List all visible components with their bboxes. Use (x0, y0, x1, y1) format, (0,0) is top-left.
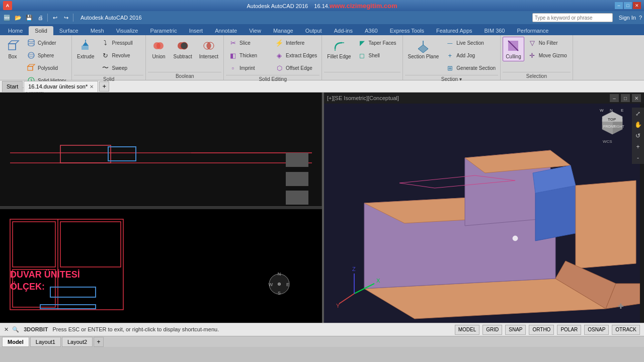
tab-addins[interactable]: Add-ins (328, 26, 359, 35)
presspull-button[interactable]: ⤵ Presspull (98, 37, 143, 49)
livesection-button[interactable]: — Live Section (443, 37, 498, 49)
save-button[interactable]: 💾 (24, 13, 34, 23)
viewport-2d-bottom[interactable]: DUVAR ÜNİTESİ ÖLÇEK: N S E W (0, 209, 322, 323)
nofilter-button[interactable]: ▽ No Filter (525, 37, 571, 49)
imprint-button[interactable]: ▫ Imprint (226, 62, 271, 74)
viewport-2d-top[interactable] (0, 93, 322, 207)
tab-bim360[interactable]: BIM 360 (478, 26, 511, 35)
tab-surface[interactable]: Surface (53, 26, 85, 35)
extrude-button[interactable]: Extrude (74, 37, 97, 61)
status-grid-btn[interactable]: GRID (482, 325, 502, 335)
tab-parametric[interactable]: Parametric (144, 26, 183, 35)
signin-label[interactable]: Sign In (619, 15, 636, 21)
help-button[interactable]: ? (639, 15, 642, 21)
slice-button[interactable]: ✂ Slice (226, 37, 271, 49)
status-snap-btn[interactable]: SNAP (505, 325, 526, 335)
model-tab-layout1[interactable]: Layout1 (30, 337, 61, 347)
tab-solid[interactable]: Solid (29, 26, 53, 35)
viewport-min[interactable]: – (610, 94, 619, 102)
cmd-close-icon[interactable]: ✕ (4, 326, 9, 332)
redo-button[interactable]: ↪ (61, 13, 71, 23)
tab-home[interactable]: Home (2, 26, 29, 35)
box-button[interactable]: Box (2, 37, 23, 61)
tab-duvar[interactable]: 16.14.duvar ünitesi son* ✕ (24, 81, 98, 92)
compass-2d: N S E W (267, 272, 292, 298)
addjog-button[interactable]: + Add Jog (443, 49, 498, 61)
tab-express[interactable]: Express Tools (384, 26, 430, 35)
tab-insert[interactable]: Insert (183, 26, 209, 35)
tab-duvar-close[interactable]: ✕ (90, 84, 94, 89)
new-button[interactable]: 🆕 (2, 13, 12, 23)
union-button[interactable]: Union (148, 37, 169, 61)
close-button[interactable]: ✕ (633, 2, 641, 9)
undo-button[interactable]: ↩ (50, 13, 60, 23)
tab-performance[interactable]: Performance (511, 26, 554, 35)
thicken-button[interactable]: ◧ Thicken (226, 49, 271, 61)
orbit-button[interactable]: ↺ (633, 131, 643, 141)
shell-button[interactable]: ◻ Shell (355, 49, 400, 61)
offsetedge-button[interactable]: ⬡ Offset Edge (272, 62, 319, 74)
new-tab-button[interactable]: + (99, 81, 109, 92)
add-layout-button[interactable]: + (94, 337, 104, 347)
revolve-button[interactable]: ↻ Revolve (98, 49, 143, 61)
tab-manage[interactable]: Manage (267, 26, 299, 35)
minimize-button[interactable]: – (615, 2, 623, 9)
filletedge-button[interactable]: Fillet Edge (324, 37, 354, 61)
tab-output[interactable]: Output (299, 26, 328, 35)
svg-text:RIGHT: RIGHT (613, 125, 625, 128)
extractedges-button[interactable]: ◈ Extract Edges (272, 49, 319, 61)
intersect-button[interactable]: Intersect (196, 37, 221, 61)
pan-button[interactable]: ✋ (633, 120, 643, 130)
status-ortho-btn[interactable]: ORTHO (529, 325, 554, 335)
model-tab-layout2[interactable]: Layout2 (62, 337, 93, 347)
ribbon-group-section: Section Plane — Live Section + Add Jog ⊞… (403, 35, 501, 80)
sweep-button[interactable]: 〜 Sweep (98, 62, 143, 74)
interfere-button[interactable]: ⚡ Interfere (272, 37, 319, 49)
sphere-button[interactable]: Sphere (24, 49, 69, 61)
open-button[interactable]: 📂 (13, 13, 23, 23)
generatesection-button[interactable]: ⊞ Generate Section (443, 62, 498, 74)
zoom-out-button[interactable]: - (633, 153, 643, 163)
cylinder-button[interactable]: Cylinder (24, 37, 69, 49)
search-input[interactable] (535, 15, 600, 21)
navcube[interactable]: W N E TOP FRONT RIGHT WCS (595, 107, 630, 147)
tab-annotate[interactable]: Annotate (209, 26, 243, 35)
svg-marker-1 (9, 41, 19, 44)
status-osnap-btn[interactable]: OSNAP (584, 325, 609, 335)
sectionplane-button[interactable]: Section Plane (405, 37, 442, 61)
union-label: Union (152, 54, 165, 59)
sweep-label: Sweep (112, 65, 127, 71)
model-tab-model[interactable]: Model (2, 337, 29, 347)
subtract-button[interactable]: Subtract (170, 37, 195, 61)
zoom-extents-button[interactable]: ⤢ (633, 109, 643, 119)
status-model-btn[interactable]: MODEL (455, 325, 480, 335)
tab-mesh[interactable]: Mesh (85, 26, 110, 35)
svg-text:E: E (621, 108, 623, 113)
selection-col: ▽ No Filter ✛ Move Gizmo (525, 37, 571, 61)
app-icon[interactable]: A (3, 1, 12, 10)
search-box[interactable] (532, 13, 613, 22)
tab-view[interactable]: View (243, 26, 267, 35)
status-polar-btn[interactable]: POLAR (557, 325, 581, 335)
plot-button[interactable]: 🖨 (35, 13, 45, 23)
canvas-3d (324, 93, 640, 323)
zoom-in-button[interactable]: + (633, 142, 643, 152)
status-otrack-btn[interactable]: OTRACK (612, 325, 640, 335)
taperfaces-button[interactable]: ◤ Taper Faces (355, 37, 400, 49)
filletedge-icon (332, 39, 346, 53)
viewport-restore[interactable]: □ (621, 94, 630, 102)
tab-start[interactable]: Start (2, 81, 23, 92)
titlebar: A Autodesk AutoCAD 2016 16.14.www.cizime… (0, 0, 644, 11)
tab-featured[interactable]: Featured Apps (430, 26, 478, 35)
cmd-search-icon[interactable]: 🔍 (12, 326, 19, 332)
viewport-3d[interactable]: [+][SE Isometric][Conceptual] – □ ✕ W N … (324, 93, 644, 323)
tab-a360[interactable]: A360 (359, 26, 384, 35)
movegizmo-icon: ✛ (528, 51, 537, 60)
viewport-close[interactable]: ✕ (632, 94, 641, 102)
polysolid-button[interactable]: Polysolid (24, 62, 69, 74)
movegizmo-button[interactable]: ✛ Move Gizmo (525, 49, 571, 61)
maximize-button[interactable]: □ (624, 2, 632, 9)
primitive-col: Cylinder Sphere Polysolid (24, 37, 69, 86)
tab-visualize[interactable]: Visualize (110, 26, 144, 35)
culling-button[interactable]: Culling (503, 37, 524, 61)
